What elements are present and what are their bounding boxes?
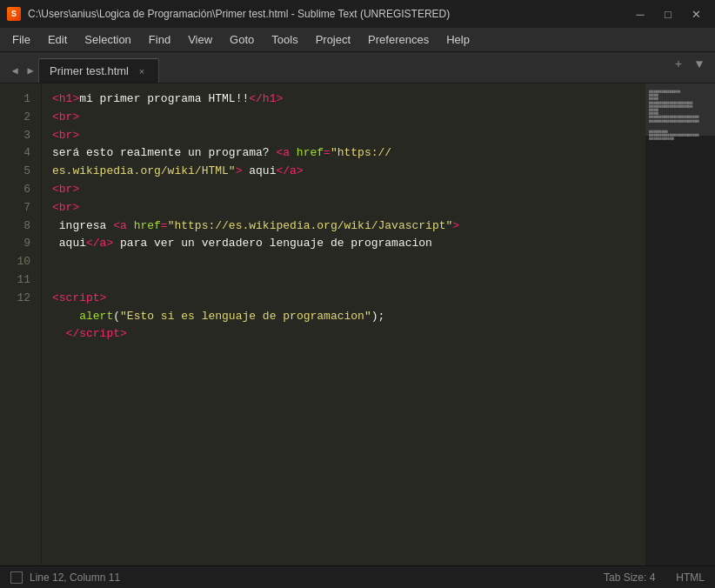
- menu-item-preferences[interactable]: Preferences: [359, 30, 438, 50]
- window-controls: ─ □ ✕: [628, 5, 708, 23]
- tab-bar-right: + ▼: [670, 56, 708, 73]
- line-number: 7: [0, 199, 41, 217]
- line-number: 1: [0, 90, 41, 109]
- menu-item-help[interactable]: Help: [438, 30, 478, 50]
- code-line: <script>: [52, 290, 638, 308]
- tab-close-button[interactable]: ×: [136, 65, 148, 77]
- line-number: 10: [0, 253, 41, 271]
- line-number: 3: [0, 127, 41, 145]
- menu-item-find[interactable]: Find: [140, 30, 179, 50]
- menu-item-view[interactable]: View: [179, 30, 221, 50]
- code-line: <br>: [52, 181, 638, 199]
- line-number: 6: [0, 181, 41, 199]
- code-line: [52, 271, 638, 290]
- app-icon: S: [7, 7, 21, 21]
- tab-dropdown-button[interactable]: ▼: [691, 56, 708, 73]
- menu-item-file[interactable]: File: [3, 30, 39, 50]
- title-bar: S C:\Users\anius\Logica de Programación\…: [0, 0, 715, 28]
- minimap: ████████████████████ ██████ ██████ █████…: [645, 84, 715, 565]
- add-tab-button[interactable]: +: [670, 56, 687, 73]
- status-bar-left: Line 12, Column 11: [10, 571, 120, 584]
- line-number: 8: [0, 217, 41, 236]
- menu-item-goto[interactable]: Goto: [221, 30, 263, 50]
- line-number: 4: [0, 144, 41, 163]
- menu-item-tools[interactable]: Tools: [263, 30, 306, 50]
- menu-item-selection[interactable]: Selection: [76, 30, 139, 50]
- line-number: 9: [0, 235, 41, 253]
- tab-nav-right[interactable]: ▶: [23, 58, 38, 83]
- tab-size[interactable]: Tab Size: 4: [604, 571, 655, 584]
- line-numbers: 123456789101112: [0, 84, 42, 565]
- code-line: [52, 253, 638, 271]
- code-line: ingresa <a href="https://es.wikipedia.or…: [52, 217, 638, 236]
- code-line: <h1>mi primer programa HTML!!</h1>: [52, 90, 638, 109]
- editor-area: 123456789101112 <h1>mi primer programa H…: [0, 84, 715, 565]
- tab-label: Primer test.html: [50, 64, 129, 77]
- menu-item-edit[interactable]: Edit: [39, 30, 76, 50]
- menu-item-project[interactable]: Project: [307, 30, 359, 50]
- code-area[interactable]: <h1>mi primer programa HTML!!</h1><br><b…: [42, 84, 645, 565]
- active-tab[interactable]: Primer test.html ×: [38, 58, 159, 83]
- line-number: 5: [0, 163, 41, 181]
- code-line: es.wikipedia.org/wiki/HTML"> aqui</a>: [52, 163, 638, 181]
- code-line: alert("Esto si es lenguaje de programaci…: [52, 308, 638, 326]
- code-line: <br>: [52, 109, 638, 127]
- maximize-button[interactable]: □: [656, 5, 680, 23]
- minimize-button[interactable]: ─: [628, 5, 652, 23]
- tab-bar: ◀ ▶ Primer test.html × + ▼: [0, 52, 715, 84]
- status-bar-right: Tab Size: 4 HTML: [604, 571, 705, 584]
- tab-nav-left[interactable]: ◀: [7, 58, 23, 83]
- line-number: 2: [0, 109, 41, 127]
- cursor-position[interactable]: Line 12, Column 11: [30, 571, 120, 584]
- menu-bar: FileEditSelectionFindViewGotoToolsProjec…: [0, 28, 715, 52]
- language-mode[interactable]: HTML: [676, 571, 705, 584]
- minimap-content: ████████████████████ ██████ ██████ █████…: [645, 84, 715, 149]
- code-line: <br>: [52, 127, 638, 145]
- status-bar: Line 12, Column 11 Tab Size: 4 HTML: [0, 565, 715, 588]
- code-line: </script>: [52, 325, 638, 344]
- code-line: aqui</a> para ver un verdadero lenguaje …: [52, 235, 638, 253]
- code-line: será esto realmente un programa? <a href…: [52, 144, 638, 163]
- close-button[interactable]: ✕: [684, 5, 708, 23]
- line-number: 11: [0, 271, 41, 290]
- code-line: <br>: [52, 199, 638, 217]
- title-bar-text: C:\Users\anius\Logica de Programación\Pr…: [28, 8, 621, 20]
- line-number: 12: [0, 290, 41, 308]
- status-indicator: [10, 571, 23, 584]
